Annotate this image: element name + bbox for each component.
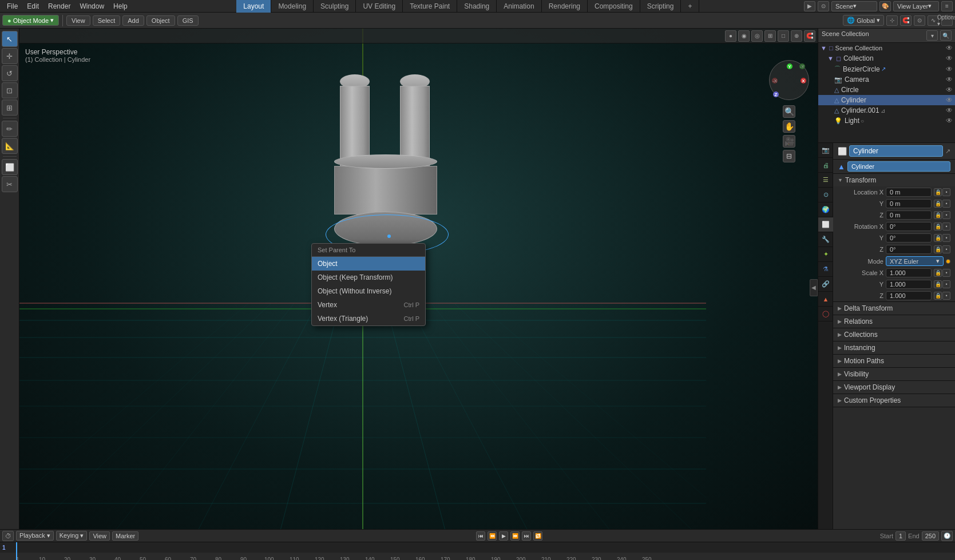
props-tab-modifier[interactable]: 🔧: [818, 232, 833, 247]
annotate-tool[interactable]: ✏: [2, 121, 18, 137]
menu-help[interactable]: Help: [109, 1, 132, 11]
tab-animation[interactable]: Animation: [497, 0, 541, 13]
cylinder-visibility[interactable]: 👁: [946, 96, 953, 104]
viewport-snap-btn[interactable]: 🧲: [804, 30, 815, 42]
viewport-xray-btn[interactable]: □: [778, 30, 789, 42]
measure-tool[interactable]: 📐: [2, 138, 18, 154]
axis-x-dot[interactable]: X: [801, 78, 806, 84]
rotation-y-lock[interactable]: 🔒: [934, 234, 942, 242]
timeline-clock-icon[interactable]: 🕐: [941, 531, 953, 541]
props-tab-world[interactable]: 🌍: [818, 202, 833, 217]
scale-z-field[interactable]: 1.000: [886, 291, 932, 300]
next-frame-btn[interactable]: ⏩: [510, 531, 520, 541]
timeline-type-icon[interactable]: ⏱: [2, 531, 14, 541]
outliner-item-camera[interactable]: 📷 Camera 👁: [818, 74, 955, 85]
scale-x-animate[interactable]: •: [942, 269, 950, 277]
location-z-animate[interactable]: •: [942, 211, 950, 219]
props-tab-object[interactable]: ⬜: [818, 217, 833, 232]
data-name-field[interactable]: Cylinder: [847, 161, 950, 172]
instancing-header[interactable]: ▶ Instancing: [833, 341, 955, 354]
playback-btn-label[interactable]: Playback ▾: [16, 531, 54, 541]
scene-icon[interactable]: ⊙: [818, 1, 829, 11]
tab-modeling[interactable]: Modeling: [271, 0, 314, 13]
viewport-shading-material[interactable]: ●: [725, 30, 736, 42]
location-x-lock[interactable]: 🔒: [934, 188, 942, 196]
tab-shading[interactable]: Shading: [457, 0, 497, 13]
viewport-display-header[interactable]: ▶ Viewport Display: [833, 381, 955, 394]
loop-btn[interactable]: 🔁: [533, 531, 542, 541]
transform-pivot-btn[interactable]: ⊹: [886, 15, 898, 26]
tab-uv-editing[interactable]: UV Editing: [356, 0, 403, 13]
jump-start-btn[interactable]: ⏮: [476, 531, 485, 541]
motion-paths-header[interactable]: ▶ Motion Paths: [833, 355, 955, 367]
viewport-view-btn[interactable]: View: [66, 15, 90, 26]
axis-y-dot[interactable]: Y: [787, 63, 792, 69]
orthographic-btn[interactable]: ⊟: [783, 150, 795, 162]
prev-frame-btn[interactable]: ⏪: [488, 531, 497, 541]
outliner-item-cylinder001[interactable]: △ Cylinder.001 ⊿ 👁: [818, 105, 955, 116]
rotation-mode-field[interactable]: XYZ Euler ▾: [886, 256, 944, 266]
rotation-z-field[interactable]: 0°: [886, 245, 932, 254]
context-menu-vertex[interactable]: Vertex Ctrl P: [312, 298, 425, 312]
rotate-tool[interactable]: ↺: [2, 65, 18, 81]
location-x-field[interactable]: 0 m: [886, 188, 932, 197]
tab-layout[interactable]: Layout: [236, 0, 271, 13]
object-mode-btn[interactable]: ● Object Mode ▾: [2, 15, 59, 26]
zoom-camera-btn[interactable]: 🔍: [783, 105, 795, 118]
rotation-z-lock[interactable]: 🔒: [934, 245, 942, 253]
relations-header[interactable]: ▶ Relations: [833, 315, 955, 328]
timeline-numbers[interactable]: 1 10 20 30 40 50 60 70 80 90 100 110 120…: [0, 542, 955, 560]
pan-camera-btn[interactable]: ✋: [783, 120, 795, 133]
context-menu-object[interactable]: Object: [312, 257, 425, 271]
outliner-item-cylinder[interactable]: △ Cylinder 👁: [818, 95, 955, 105]
viewport-gizmo-btn[interactable]: ⊕: [791, 30, 802, 42]
location-z-lock[interactable]: 🔒: [934, 211, 942, 219]
view-btn-label[interactable]: View: [89, 531, 110, 541]
navigation-gizmo[interactable]: Y X Z -X -Y: [766, 57, 812, 103]
scene-selector[interactable]: Scene ▾: [831, 1, 877, 11]
end-frame-field[interactable]: 250: [922, 531, 939, 541]
object-name-field[interactable]: Cylinder: [849, 145, 943, 157]
outliner-item-light[interactable]: 💡 Light ○ 👁: [818, 116, 955, 126]
context-menu-vertex-triangle[interactable]: Vertex (Triangle) Ctrl P: [312, 312, 425, 325]
scale-y-animate[interactable]: •: [942, 280, 950, 288]
tab-compositing[interactable]: Compositing: [588, 0, 640, 13]
menu-file[interactable]: File: [2, 1, 22, 11]
props-tab-view-layer[interactable]: ☰: [818, 173, 833, 188]
marker-btn-label[interactable]: Marker: [112, 531, 138, 541]
filter-icon[interactable]: ≡: [941, 1, 953, 11]
tab-add[interactable]: +: [681, 0, 699, 13]
props-tab-data[interactable]: ▲: [818, 292, 833, 307]
knife-tool[interactable]: ✂: [2, 176, 18, 192]
rotation-x-lock[interactable]: 🔒: [934, 223, 942, 231]
tab-scripting[interactable]: Scripting: [640, 0, 681, 13]
tab-texture-paint[interactable]: Texture Paint: [403, 0, 457, 13]
viewport-select-btn[interactable]: Select: [93, 15, 121, 26]
rotation-y-animate[interactable]: •: [942, 234, 950, 242]
transform-global-btn[interactable]: 🌐 Global ▾: [843, 15, 884, 26]
viewport-overlays-btn[interactable]: ⊞: [764, 30, 776, 42]
scale-x-field[interactable]: 1.000: [886, 268, 932, 277]
location-y-field[interactable]: 0 m: [886, 199, 932, 208]
scale-tool[interactable]: ⊡: [2, 82, 18, 98]
viewport-add-btn[interactable]: Add: [122, 15, 144, 26]
cursor-tool[interactable]: ↖: [2, 31, 18, 47]
scale-y-lock[interactable]: 🔒: [934, 280, 942, 288]
delta-transform-header[interactable]: ▶ Delta Transform: [833, 302, 955, 315]
rotation-x-animate[interactable]: •: [942, 223, 950, 231]
scene-collection-visibility[interactable]: 👁: [946, 44, 953, 52]
circle-visibility[interactable]: 👁: [946, 86, 953, 94]
collections-header[interactable]: ▶ Collections: [833, 328, 955, 341]
jump-end-btn[interactable]: ⏭: [522, 531, 531, 541]
props-tab-render[interactable]: 📷: [818, 143, 833, 158]
viewport-shading-rendered[interactable]: ◎: [751, 30, 763, 42]
scale-y-field[interactable]: 1.000: [886, 280, 932, 289]
props-tab-physics[interactable]: ⚗: [818, 262, 833, 277]
nav-gizmo-circle[interactable]: Y X Z -X -Y: [769, 60, 809, 100]
play-btn[interactable]: ▶: [499, 531, 508, 541]
axis-neg-x-dot[interactable]: -X: [772, 78, 778, 84]
custom-properties-header[interactable]: ▶ Custom Properties: [833, 394, 955, 407]
viewport-expand-btn[interactable]: ◀: [810, 279, 818, 296]
camera-visibility[interactable]: 👁: [946, 76, 953, 84]
menu-render[interactable]: Render: [43, 1, 75, 11]
